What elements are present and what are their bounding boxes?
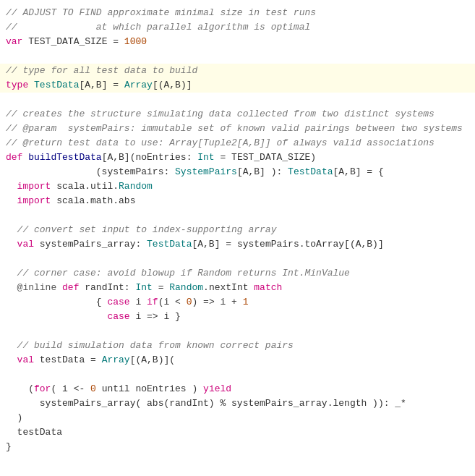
- line-13-content: import scala.util.Random: [6, 179, 153, 194]
- code-line-18: [0, 252, 475, 266]
- line-16-content: // convert set input to index-supporting…: [6, 223, 276, 237]
- line-23-content: [6, 324, 12, 339]
- line-26-content: [6, 367, 12, 382]
- line-24-content: // build simulation data from known corr…: [6, 339, 294, 353]
- line-12-content: (systemPairs: SystemPairs[A,B] ): TestDa…: [6, 165, 384, 179]
- code-line-1: // ADJUST TO FIND approximate minimal si…: [0, 6, 475, 20]
- line-20-content: @inline def randInt: Int = Random.nextIn…: [6, 281, 282, 295]
- code-line-7: [0, 93, 475, 107]
- line-6-content: type TestData[A,B] = Array[(A,B)]: [6, 78, 192, 93]
- line-25-content: val testData = Array[(A,B)](: [6, 353, 175, 367]
- code-line-23: [0, 324, 475, 339]
- line-29-content: ): [6, 411, 22, 425]
- line-11-content: def buildTestData[A,B](noEntries: Int = …: [6, 150, 316, 165]
- line-3-content: var TEST_DATA_SIZE = 1000: [6, 35, 147, 49]
- code-line-15: [0, 208, 475, 223]
- code-line-26: [0, 367, 475, 382]
- code-line-14: import scala.math.abs: [0, 194, 475, 208]
- line-31-content: }: [6, 440, 12, 454]
- code-line-29: ): [0, 411, 475, 425]
- code-line-31: }: [0, 440, 475, 454]
- code-line-20: @inline def randInt: Int = Random.nextIn…: [0, 281, 475, 295]
- line-14-content: import scala.math.abs: [6, 194, 135, 208]
- code-line-6: type TestData[A,B] = Array[(A,B)]: [0, 78, 475, 93]
- line-1-content: // ADJUST TO FIND approximate minimal si…: [6, 6, 316, 20]
- line-8-content: // creates the structure simulating data…: [6, 107, 435, 122]
- line-15-content: [6, 208, 12, 223]
- code-line-22: case i => i }: [0, 310, 475, 324]
- code-line-24: // build simulation data from known corr…: [0, 339, 475, 353]
- line-10-content: // @return test data to use: Array[Tuple…: [6, 136, 435, 150]
- code-line-17: val systemPairs_array: TestData[A,B] = s…: [0, 237, 475, 252]
- code-editor: // ADJUST TO FIND approximate minimal si…: [0, 0, 475, 476]
- line-17-content: val systemPairs_array: TestData[A,B] = s…: [6, 237, 384, 252]
- line-2-content: // at which parallel algorithm is optima…: [6, 20, 310, 35]
- line-28-content: systemPairs_array( abs(randInt) % system…: [6, 396, 406, 411]
- line-27-content: (for( i <- 0 until noEntries ) yield: [6, 382, 231, 396]
- code-line-25: val testData = Array[(A,B)](: [0, 353, 475, 367]
- code-line-3: var TEST_DATA_SIZE = 1000: [0, 35, 475, 49]
- code-line-8: // creates the structure simulating data…: [0, 107, 475, 122]
- line-21-content: { case i if(i < 0) => i + 1: [6, 295, 249, 310]
- line-22-content: case i => i }: [6, 310, 181, 324]
- line-5-content: // type for all test data to build: [6, 64, 197, 78]
- line-18-content: [6, 252, 12, 266]
- line-9-content: // @param systemPairs: immutable set of …: [6, 122, 463, 136]
- code-line-13: import scala.util.Random: [0, 179, 475, 194]
- line-7-content: [6, 93, 12, 107]
- code-line-12: (systemPairs: SystemPairs[A,B] ): TestDa…: [0, 165, 475, 179]
- code-line-9: // @param systemPairs: immutable set of …: [0, 122, 475, 136]
- code-line-2: // at which parallel algorithm is optima…: [0, 20, 475, 35]
- line-19-content: // corner case: avoid blowup if Random r…: [6, 266, 350, 281]
- code-line-5: // type for all test data to build: [0, 64, 475, 78]
- code-line-30: testData: [0, 425, 475, 440]
- code-line-21: { case i if(i < 0) => i + 1: [0, 295, 475, 310]
- line-30-content: testData: [6, 425, 62, 440]
- code-line-10: // @return test data to use: Array[Tuple…: [0, 136, 475, 150]
- code-line-27: (for( i <- 0 until noEntries ) yield: [0, 382, 475, 396]
- code-line-28: systemPairs_array( abs(randInt) % system…: [0, 396, 475, 411]
- line-4-content: [6, 49, 12, 64]
- code-line-11: def buildTestData[A,B](noEntries: Int = …: [0, 150, 475, 165]
- code-line-16: // convert set input to index-supporting…: [0, 223, 475, 237]
- code-line-4: [0, 49, 475, 64]
- code-line-19: // corner case: avoid blowup if Random r…: [0, 266, 475, 281]
